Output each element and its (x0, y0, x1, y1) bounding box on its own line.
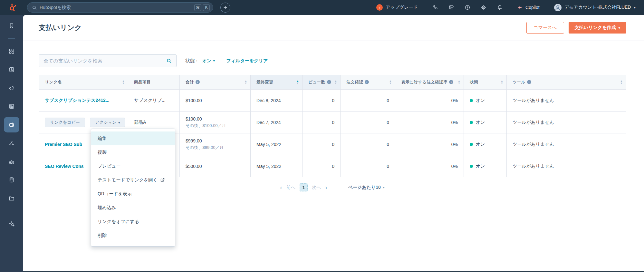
tools-cell: ツールがありません (507, 90, 626, 112)
menu-item-preview[interactable]: プレビュー (91, 159, 175, 173)
menu-item-edit[interactable]: 編集 (91, 131, 175, 145)
chevron-down-icon: ▾ (118, 121, 120, 124)
menu-item-delete[interactable]: 削除 (91, 228, 175, 242)
orders-cell: 0 (341, 133, 395, 155)
menu-item-show-qr-code[interactable]: QRコードを表示 (91, 187, 175, 201)
payment-link-name[interactable]: SEO Review Cons (45, 164, 84, 169)
form-document-icon (8, 103, 15, 110)
orders-cell: 0 (341, 90, 395, 112)
payment-link-name[interactable]: サブスクリプションテス2412... (45, 98, 109, 103)
grid-icon (8, 48, 15, 54)
sidebar-item-data-management[interactable] (4, 172, 19, 188)
sidebar-item-marketing[interactable] (4, 80, 19, 96)
sidebar-item-library[interactable] (4, 190, 19, 206)
create-payment-link-button[interactable]: 支払いリンクを作成 ▾ (569, 22, 626, 34)
status-on-dot (470, 121, 473, 124)
chevron-down-icon: ▾ (213, 59, 215, 63)
orders-cell: 0 (341, 112, 395, 133)
column-header-product[interactable]: 商品項目 (128, 75, 180, 90)
sidebar-item-workspaces[interactable] (4, 44, 19, 59)
actions-dropdown-button[interactable]: アクション▾ (90, 118, 125, 127)
global-search[interactable]: ⌘ K (27, 2, 213, 13)
clear-filters-link[interactable]: フィルターをクリア (226, 58, 268, 64)
total-cell: $100.00 その後、$100.00／月 (180, 112, 251, 133)
sidebar-item-bookmarks[interactable] (4, 18, 19, 34)
sort-arrows-icon: ▲▼ (245, 80, 247, 84)
upgrade-button[interactable]: ↑ アップグレード (376, 4, 418, 11)
sparkle-icon (8, 220, 15, 227)
copy-link-button[interactable]: リンクをコピー (45, 118, 85, 127)
calls-icon[interactable] (432, 5, 438, 10)
chevron-down-icon: ▾ (634, 5, 636, 10)
menu-item-duplicate[interactable]: 複製 (91, 145, 175, 159)
modified-cell: May 5, 2022 (251, 133, 303, 155)
payment-links-search-input[interactable] (43, 58, 166, 63)
wallet-icon (8, 121, 15, 128)
current-page-button[interactable]: 1 (300, 183, 308, 191)
page-size-dropdown[interactable]: ページあたり10 ▾ (348, 185, 385, 190)
views-cell: 0 (303, 133, 341, 155)
menu-item-turn-off-link[interactable]: リンクをオフにする (91, 215, 175, 228)
tools-cell: ツールがありません (507, 155, 626, 177)
go-to-commerce-button[interactable]: コマースへ (526, 22, 564, 34)
next-page-button[interactable]: 次へ (312, 185, 321, 190)
search-icon[interactable] (166, 58, 172, 63)
column-header-confirmation-rate[interactable]: 表示に対する注文確認率i ▲▼ (395, 75, 464, 90)
sidebar-item-crm[interactable] (4, 62, 19, 77)
tools-cell: ツールがありません (507, 112, 626, 133)
quick-create-button[interactable] (220, 3, 230, 13)
total-cell: $100.00 (180, 90, 251, 112)
hubspot-logo-icon[interactable] (7, 2, 18, 13)
prev-page-button[interactable]: 前へ (286, 185, 295, 190)
filter-bar: 状態： オン ▾ フィルターをクリア (39, 54, 626, 67)
column-header-status[interactable]: 状態 ▲▼ (464, 75, 507, 90)
sidebar-navigation (0, 15, 23, 272)
payment-link-name[interactable]: Premier SEO Sub (45, 142, 82, 147)
column-header-tools[interactable]: ツールi ▲▼ (507, 75, 626, 90)
column-header-last-modified[interactable]: 最終変更 ▲▼ (251, 75, 303, 90)
global-search-input[interactable] (40, 5, 193, 10)
info-icon[interactable]: i (327, 80, 331, 84)
account-label: デモアカウント-株式会社FLUED (564, 5, 631, 10)
copilot-button[interactable]: Copilot (517, 5, 540, 10)
modified-cell: May 5, 2022 (251, 155, 303, 177)
column-header-total[interactable]: 合計i ▲▼ (180, 75, 251, 90)
first-page-chevron-icon[interactable]: ‹ (280, 184, 282, 190)
last-page-chevron-icon[interactable]: › (325, 184, 327, 190)
info-icon[interactable]: i (527, 80, 531, 84)
cmd-key: ⌘ (194, 4, 201, 11)
upgrade-label: アップグレード (386, 5, 418, 10)
sort-arrows-icon: ▲▼ (296, 80, 299, 84)
folder-icon (8, 195, 15, 201)
status-filter-dropdown[interactable]: オン ▾ (202, 58, 215, 64)
info-icon[interactable]: i (449, 80, 453, 84)
sidebar-item-reporting[interactable] (4, 154, 19, 169)
divider (8, 211, 15, 211)
sidebar-item-content[interactable] (4, 99, 19, 114)
column-header-views[interactable]: ビュー数i ▲▼ (303, 75, 341, 90)
settings-gear-icon[interactable] (481, 5, 486, 10)
sort-arrows-icon: ▲▼ (334, 80, 337, 84)
sidebar-item-ai[interactable] (4, 216, 19, 231)
sidebar-item-commerce[interactable] (4, 117, 19, 132)
orders-cell: 0 (341, 155, 395, 177)
sidebar-item-automations[interactable] (4, 135, 19, 151)
top-navigation-bar: ⌘ K ↑ アップグレード (0, 0, 644, 15)
info-icon[interactable]: i (365, 80, 369, 84)
search-icon (32, 5, 37, 10)
modified-cell: Dec 7, 2024 (251, 112, 303, 133)
info-icon[interactable]: i (196, 80, 200, 84)
table-row: サブスクリプションテス2412... サブスクリプ... $100.00 Dec… (39, 90, 626, 112)
marketplace-icon[interactable] (448, 5, 454, 10)
column-header-order-confirmations[interactable]: 注文確認i ▲▼ (341, 75, 395, 90)
column-header-link-name[interactable]: リンク名 ▲▼ (39, 75, 128, 90)
sort-arrows-icon: ▲▼ (122, 80, 125, 84)
megaphone-icon (8, 85, 15, 91)
status-cell: オン (464, 133, 507, 155)
notifications-bell-icon[interactable] (497, 5, 503, 10)
payment-links-search[interactable] (39, 54, 177, 67)
menu-item-open-test-mode[interactable]: テストモードでリンクを開く (91, 173, 175, 187)
menu-item-embed[interactable]: 埋め込み (91, 201, 175, 215)
help-icon[interactable] (465, 5, 470, 10)
account-menu[interactable]: デモアカウント-株式会社FLUED ▾ (554, 4, 636, 11)
